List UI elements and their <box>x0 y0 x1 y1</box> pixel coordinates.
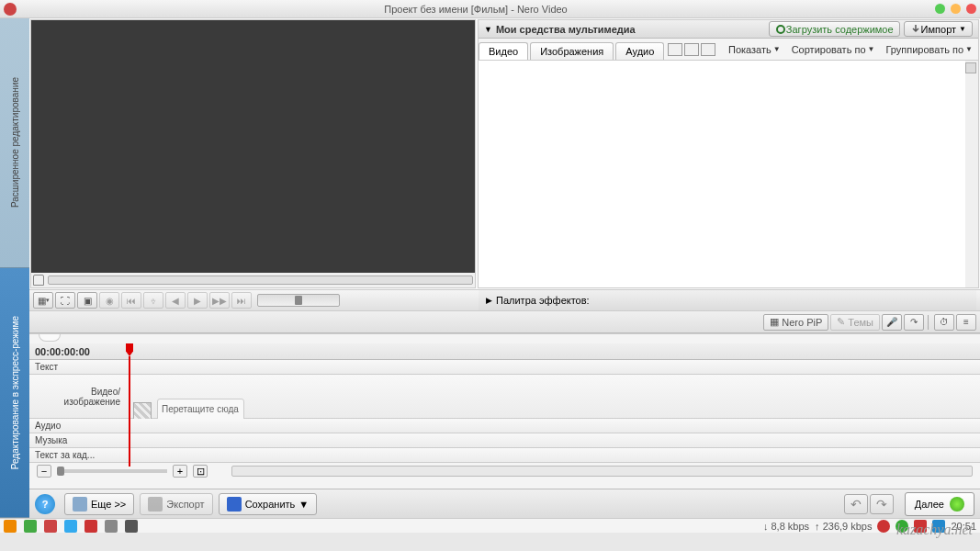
zoom-out-button[interactable]: − <box>37 465 51 478</box>
fullscreen-button[interactable]: ▣ <box>77 292 97 309</box>
settings-button[interactable]: ≡ <box>956 314 976 331</box>
upper-panels: ▼ Мои средства мультимедиа Загрузить сод… <box>29 18 980 289</box>
zoom-slider[interactable] <box>57 469 167 473</box>
camera-button[interactable]: ▦▾ <box>33 292 53 309</box>
snapshot-button[interactable]: ◉ <box>99 292 119 309</box>
zoom-fit-button[interactable]: ⊡ <box>193 465 208 478</box>
video-preview[interactable] <box>31 20 475 273</box>
media-content-area[interactable] <box>479 61 978 287</box>
timeline-handle[interactable] <box>29 334 980 343</box>
next-button[interactable]: Далее <box>905 492 974 516</box>
media-toolbar: Видео Изображения Аудио Показать▼ Сортир… <box>479 39 978 61</box>
play-button[interactable]: ▶ <box>187 292 208 309</box>
track-music[interactable]: Музыка <box>29 433 980 448</box>
track-audio[interactable]: Аудио <box>29 419 980 433</box>
help-button[interactable]: ? <box>35 494 55 514</box>
download-speed: ↓ 8,8 kbps <box>763 521 809 532</box>
cut-button[interactable]: ⎀ <box>143 292 163 309</box>
advanced-edit-tab[interactable]: Расширенное редактирование <box>0 18 29 268</box>
step-fwd-button[interactable]: ▶▶ <box>209 292 230 309</box>
mode-rail: Расширенное редактирование Редактировани… <box>0 18 29 518</box>
marker-button[interactable]: ↷ <box>904 314 924 331</box>
tray: ↓ 8,8 kbps ↑ 236,9 kbps 20:51 <box>763 520 976 533</box>
clock: 20:51 <box>951 521 976 532</box>
import-icon <box>910 24 921 35</box>
effects-label: Палитра эффектов: <box>496 295 590 306</box>
themes-button[interactable]: ✎Темы <box>830 314 880 331</box>
playhead[interactable] <box>126 343 133 356</box>
view-list-icon[interactable] <box>684 43 699 56</box>
show-dropdown[interactable]: Показать▼ <box>723 44 786 55</box>
app-icon <box>4 3 17 16</box>
app4-icon[interactable] <box>64 520 77 533</box>
media-title: Мои средства мультимедиа <box>496 24 636 35</box>
track-video-label: Видео/ изображение <box>29 385 126 409</box>
app2-icon[interactable] <box>24 520 37 533</box>
chevron-down-icon: ▼ <box>959 25 966 33</box>
bottom-bar: ? Еще >> Экспорт Сохранить ▼ ↶ ↷ Далее <box>29 489 980 518</box>
export-icon <box>148 497 163 512</box>
lock-icon[interactable] <box>33 275 44 286</box>
svg-point-0 <box>777 26 784 33</box>
zoom-in-button[interactable]: + <box>173 465 187 478</box>
redo-button[interactable]: ↷ <box>870 494 894 514</box>
chevron-down-icon: ▼ <box>299 499 309 510</box>
track-text[interactable]: Текст <box>29 360 980 375</box>
window-title: Проект без имени [Фильм] - Nero Video <box>22 4 929 15</box>
tab-video[interactable]: Видео <box>479 42 528 60</box>
minimize-button[interactable] <box>935 4 945 14</box>
prev-frame-button[interactable]: ⏮ <box>121 292 141 309</box>
taskbar: ↓ 8,8 kbps ↑ 236,9 kbps 20:51 <box>0 518 980 533</box>
tab-images[interactable]: Изображения <box>530 42 614 60</box>
tray-icon4[interactable] <box>932 520 945 533</box>
app7-icon[interactable] <box>125 520 138 533</box>
preview-hscroll[interactable] <box>48 276 473 285</box>
separator <box>928 315 929 330</box>
preview-scrollbar <box>31 273 475 287</box>
preview-pane <box>30 19 476 288</box>
tray-icon3[interactable] <box>914 520 927 533</box>
firefox-icon[interactable] <box>4 520 17 533</box>
tab-audio[interactable]: Аудио <box>615 42 664 60</box>
nero-pip-button[interactable]: ▦Nero PiP <box>763 314 828 331</box>
view-detail-icon[interactable] <box>701 43 715 56</box>
app3-icon[interactable] <box>44 520 57 533</box>
playback-toolbar: ▦▾ ⛶ ▣ ◉ ⏮ ⎀ ◀ ▶ ▶▶ ⏭ ▶ Палитра эффектов… <box>29 289 980 311</box>
timeline-ruler[interactable]: 00:00:00:00 <box>29 343 980 360</box>
media-pane: ▼ Мои средства мультимедиа Загрузить сод… <box>478 19 979 288</box>
save-button[interactable]: Сохранить ▼ <box>219 493 318 515</box>
close-button[interactable] <box>966 4 976 14</box>
playhead-line <box>129 356 130 467</box>
track-video[interactable]: Видео/ изображение Перетащите сюда видео… <box>29 375 980 419</box>
effects-arrow-icon[interactable]: ▶ <box>486 296 492 305</box>
app6-icon[interactable] <box>105 520 118 533</box>
timecode: 00:00:00:00 <box>29 346 126 357</box>
maximize-button[interactable] <box>951 4 961 14</box>
tray-icon2[interactable] <box>896 520 908 533</box>
more-icon <box>73 497 87 512</box>
expand-button[interactable]: ⛶ <box>55 292 75 309</box>
next-frame-button[interactable]: ⏭ <box>231 292 252 309</box>
track-text-over[interactable]: Текст за кад... <box>29 448 980 463</box>
view-thumb-icon[interactable] <box>668 43 682 56</box>
import-button[interactable]: Импорт ▼ <box>904 21 973 37</box>
go-icon <box>950 497 964 512</box>
step-back-button[interactable]: ◀ <box>165 292 186 309</box>
undo-button[interactable]: ↶ <box>844 494 868 514</box>
load-content-button[interactable]: Загрузить содержимое <box>769 21 900 37</box>
effects-header: ▶ Палитра эффектов: <box>479 290 976 310</box>
export-button[interactable]: Экспорт <box>140 493 212 515</box>
collapse-arrow-icon[interactable]: ▼ <box>484 25 492 34</box>
jog-slider[interactable] <box>257 294 340 307</box>
app5-icon[interactable] <box>84 520 97 533</box>
tray-icon1[interactable] <box>877 520 890 533</box>
timeline-hscroll[interactable] <box>231 466 973 477</box>
timeline-zoom-bar: − + ⊡ <box>29 463 980 479</box>
timeline: 00:00:00:00 Текст Видео/ изображение Пер… <box>29 333 980 489</box>
clock-button[interactable]: ⏱ <box>934 314 954 331</box>
group-dropdown[interactable]: Группировать по▼ <box>880 44 978 55</box>
mic-button[interactable]: 🎤 <box>882 314 902 331</box>
more-button[interactable]: Еще >> <box>64 493 134 515</box>
express-edit-tab[interactable]: Редактирование в экспресс-режиме <box>0 268 29 518</box>
sort-dropdown[interactable]: Сортировать по▼ <box>786 44 881 55</box>
